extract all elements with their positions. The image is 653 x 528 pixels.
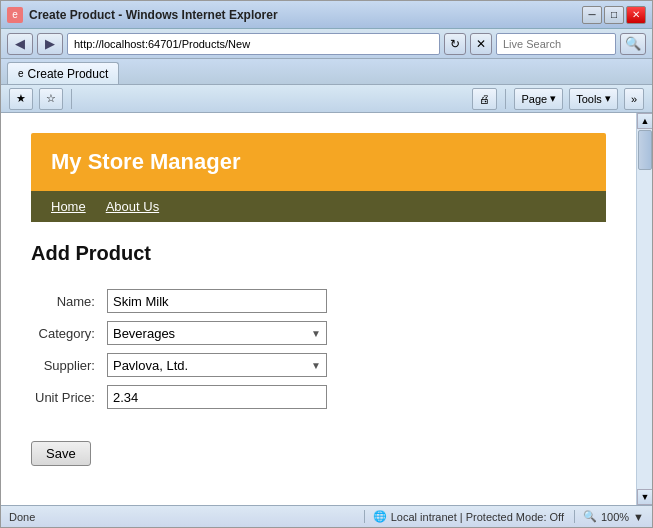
form-row-name: Name: <box>35 289 327 313</box>
status-bar: Done 🌐 Local intranet | Protected Mode: … <box>1 505 652 527</box>
zoom-status: 🔍 100% ▼ <box>574 510 644 523</box>
active-tab[interactable]: e Create Product <box>7 62 119 84</box>
form-row-category: Category: Beverages Condiments Confectio… <box>35 321 327 345</box>
security-icon: 🌐 <box>373 510 387 523</box>
scroll-down-button[interactable]: ▼ <box>637 489 652 505</box>
category-cell: Beverages Condiments Confections Dairy P… <box>107 321 327 345</box>
security-text: Local intranet | Protected Mode: Off <box>391 511 564 523</box>
unit-price-cell <box>107 385 327 409</box>
supplier-label: Supplier: <box>35 353 103 377</box>
print-button[interactable]: 🖨 <box>472 88 497 110</box>
zoom-text: 100% <box>601 511 629 523</box>
browser-window: e Create Product - Windows Internet Expl… <box>0 0 653 528</box>
scrollbar: ▲ ▼ <box>636 113 652 505</box>
tools-menu-arrow: ▾ <box>605 92 611 105</box>
tools-menu-label: Tools <box>576 93 602 105</box>
product-form: Name: Category: Beverages Condiments <box>31 281 331 417</box>
category-select[interactable]: Beverages Condiments Confections Dairy P… <box>107 321 327 345</box>
zoom-dropdown-icon[interactable]: ▼ <box>633 511 644 523</box>
nav-about[interactable]: About Us <box>106 199 159 214</box>
window-controls: ─ □ ✕ <box>582 6 646 24</box>
scroll-track[interactable] <box>637 129 652 489</box>
favorites-star-button[interactable]: ★ <box>9 88 33 110</box>
stop-button[interactable]: ✕ <box>470 33 492 55</box>
site-header: My Store Manager <box>31 133 606 191</box>
toolbar-row: ★ ☆ 🖨 Page ▾ Tools ▾ » <box>1 85 652 113</box>
security-status: 🌐 Local intranet | Protected Mode: Off <box>364 510 564 523</box>
maximize-button[interactable]: □ <box>604 6 624 24</box>
tab-label: Create Product <box>28 67 109 81</box>
unit-price-label: Unit Price: <box>35 385 103 409</box>
address-bar: ◀ ▶ ↻ ✕ 🔍 <box>1 29 652 59</box>
window-title: Create Product - Windows Internet Explor… <box>29 8 576 22</box>
nav-home[interactable]: Home <box>51 199 86 214</box>
page-heading: Add Product <box>31 242 606 265</box>
page-menu-button[interactable]: Page ▾ <box>514 88 563 110</box>
page-content: My Store Manager Home About Us Add Produ… <box>1 113 636 505</box>
scroll-thumb[interactable] <box>638 130 652 170</box>
supplier-select[interactable]: Pavlova, Ltd. Exotic Liquids New Orleans… <box>107 353 327 377</box>
overflow-button[interactable]: » <box>624 88 644 110</box>
supplier-select-wrapper: Pavlova, Ltd. Exotic Liquids New Orleans… <box>107 353 327 377</box>
tools-menu-button[interactable]: Tools ▾ <box>569 88 618 110</box>
page-body: Add Product Name: Category: B <box>31 222 606 486</box>
toolbar-separator-1 <box>71 89 72 109</box>
category-select-wrapper: Beverages Condiments Confections Dairy P… <box>107 321 327 345</box>
page-menu-arrow: ▾ <box>550 92 556 105</box>
tab-favicon: e <box>18 68 24 79</box>
content-area: My Store Manager Home About Us Add Produ… <box>1 113 652 505</box>
name-cell <box>107 289 327 313</box>
status-right: 🌐 Local intranet | Protected Mode: Off 🔍… <box>364 510 644 523</box>
form-actions: Save <box>31 429 606 466</box>
category-label: Category: <box>35 321 103 345</box>
site-title: My Store Manager <box>51 149 586 175</box>
zoom-icon: 🔍 <box>583 510 597 523</box>
browser-icon: e <box>7 7 23 23</box>
tab-bar: e Create Product <box>1 59 652 85</box>
form-row-supplier: Supplier: Pavlova, Ltd. Exotic Liquids N… <box>35 353 327 377</box>
forward-button[interactable]: ▶ <box>37 33 63 55</box>
back-button[interactable]: ◀ <box>7 33 33 55</box>
title-bar: e Create Product - Windows Internet Expl… <box>1 1 652 29</box>
name-label: Name: <box>35 289 103 313</box>
minimize-button[interactable]: ─ <box>582 6 602 24</box>
page-menu-label: Page <box>521 93 547 105</box>
toolbar-separator-2 <box>505 89 506 109</box>
scroll-up-button[interactable]: ▲ <box>637 113 652 129</box>
search-input[interactable] <box>496 33 616 55</box>
form-row-unit-price: Unit Price: <box>35 385 327 409</box>
address-input[interactable] <box>67 33 440 55</box>
supplier-cell: Pavlova, Ltd. Exotic Liquids New Orleans… <box>107 353 327 377</box>
name-input[interactable] <box>107 289 327 313</box>
close-button[interactable]: ✕ <box>626 6 646 24</box>
site-nav: Home About Us <box>31 191 606 222</box>
status-text: Done <box>9 511 354 523</box>
refresh-button[interactable]: ↻ <box>444 33 466 55</box>
unit-price-input[interactable] <box>107 385 327 409</box>
search-button[interactable]: 🔍 <box>620 33 646 55</box>
save-button[interactable]: Save <box>31 441 91 466</box>
favorites-add-button[interactable]: ☆ <box>39 88 63 110</box>
